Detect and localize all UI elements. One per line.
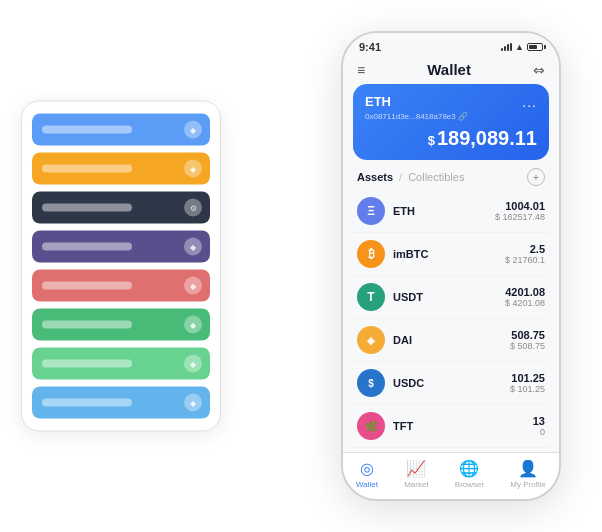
eth-card-balance: $189,089.11 bbox=[365, 127, 537, 150]
tab-assets[interactable]: Assets bbox=[357, 171, 393, 183]
asset-list: Ξ ETH 1004.01 $ 162517.48 ₿ imBTC 2.5 $ … bbox=[343, 190, 559, 452]
eth-amount: 1004.01 bbox=[495, 200, 545, 212]
usdt-icon: T bbox=[357, 283, 385, 311]
card-label bbox=[42, 165, 132, 173]
browser-nav-label: Browser bbox=[455, 480, 484, 489]
list-item[interactable]: T USDT 4201.08 $ 4201.08 bbox=[353, 276, 549, 319]
asset-name-eth: ETH bbox=[393, 205, 495, 217]
nav-item-profile[interactable]: 👤 My Profile bbox=[510, 459, 546, 489]
imbtc-icon: ₿ bbox=[357, 240, 385, 268]
card-row-red[interactable]: ◆ bbox=[32, 270, 210, 302]
page-title: Wallet bbox=[427, 61, 471, 78]
eth-card-top: ETH ... bbox=[365, 94, 537, 110]
card-icon-orange: ◆ bbox=[184, 160, 202, 178]
card-row-blue[interactable]: ◆ bbox=[32, 114, 210, 146]
list-item[interactable]: 🌿 TFT 13 0 bbox=[353, 405, 549, 448]
card-row-lightgreen[interactable]: ◆ bbox=[32, 348, 210, 380]
usdc-usd: $ 101.25 bbox=[510, 384, 545, 394]
eth-card-coin-label: ETH bbox=[365, 94, 391, 109]
nav-item-market[interactable]: 📈 Market bbox=[404, 459, 428, 489]
nav-item-wallet[interactable]: ◎ Wallet bbox=[356, 459, 378, 489]
eth-card-address: 0x08711d3e...8418a78e3 🔗 bbox=[365, 112, 537, 121]
card-icon-lightgreen: ◆ bbox=[184, 355, 202, 373]
eth-card[interactable]: ETH ... 0x08711d3e...8418a78e3 🔗 $189,08… bbox=[353, 84, 549, 160]
profile-nav-label: My Profile bbox=[510, 480, 546, 489]
phone-header: ≡ Wallet ⇔ bbox=[343, 57, 559, 84]
profile-nav-icon: 👤 bbox=[518, 459, 538, 478]
signal-bars-icon bbox=[501, 43, 512, 51]
usdc-icon: $ bbox=[357, 369, 385, 397]
asset-amounts-eth: 1004.01 $ 162517.48 bbox=[495, 200, 545, 222]
card-label bbox=[42, 204, 132, 212]
asset-amounts-usdt: 4201.08 $ 4201.08 bbox=[505, 286, 545, 308]
asset-name-dai: DAI bbox=[393, 334, 510, 346]
card-row-dark[interactable]: ⚙ bbox=[32, 192, 210, 224]
phone: 9:41 ▲ ≡ Wallet ⇔ ETH ... bbox=[341, 31, 561, 501]
asset-name-tft: TFT bbox=[393, 420, 533, 432]
status-bar: 9:41 ▲ bbox=[343, 33, 559, 57]
dai-amount: 508.75 bbox=[510, 329, 545, 341]
tft-icon: 🌿 bbox=[357, 412, 385, 440]
card-stack: ◆ ◆ ⚙ ◆ ◆ ◆ ◆ ◆ bbox=[21, 101, 221, 432]
imbtc-amount: 2.5 bbox=[505, 243, 545, 255]
dollar-sign: $ bbox=[428, 133, 435, 148]
card-label bbox=[42, 243, 132, 251]
nav-item-browser[interactable]: 🌐 Browser bbox=[455, 459, 484, 489]
card-label bbox=[42, 399, 132, 407]
list-item[interactable]: Ξ ETH 1004.01 $ 162517.48 bbox=[353, 190, 549, 233]
dai-usd: $ 508.75 bbox=[510, 341, 545, 351]
card-icon-red: ◆ bbox=[184, 277, 202, 295]
asset-amounts-imbtc: 2.5 $ 21760.1 bbox=[505, 243, 545, 265]
scene: ◆ ◆ ⚙ ◆ ◆ ◆ ◆ ◆ bbox=[21, 16, 581, 516]
eth-card-more-button[interactable]: ... bbox=[522, 94, 537, 110]
card-icon-dark: ⚙ bbox=[184, 199, 202, 217]
card-icon-purple: ◆ bbox=[184, 238, 202, 256]
usdc-amount: 101.25 bbox=[510, 372, 545, 384]
card-row-lightblue[interactable]: ◆ bbox=[32, 387, 210, 419]
market-nav-icon: 📈 bbox=[406, 459, 426, 478]
eth-usd: $ 162517.48 bbox=[495, 212, 545, 222]
add-asset-button[interactable]: + bbox=[527, 168, 545, 186]
card-icon-green: ◆ bbox=[184, 316, 202, 334]
list-item[interactable]: $ USDC 101.25 $ 101.25 bbox=[353, 362, 549, 405]
tab-separator: / bbox=[399, 171, 402, 183]
imbtc-usd: $ 21760.1 bbox=[505, 255, 545, 265]
battery-icon bbox=[527, 43, 543, 51]
asset-amounts-usdc: 101.25 $ 101.25 bbox=[510, 372, 545, 394]
card-icon-lightblue: ◆ bbox=[184, 394, 202, 412]
list-item[interactable]: ◈ DAI 508.75 $ 508.75 bbox=[353, 319, 549, 362]
status-icons: ▲ bbox=[501, 42, 543, 52]
tab-collectibles[interactable]: Collectibles bbox=[408, 171, 464, 183]
browser-nav-icon: 🌐 bbox=[459, 459, 479, 478]
tft-usd: 0 bbox=[533, 427, 545, 437]
asset-amounts-dai: 508.75 $ 508.75 bbox=[510, 329, 545, 351]
tft-amount: 13 bbox=[533, 415, 545, 427]
usdt-amount: 4201.08 bbox=[505, 286, 545, 298]
card-icon-blue: ◆ bbox=[184, 121, 202, 139]
usdt-usd: $ 4201.08 bbox=[505, 298, 545, 308]
asset-name-imbtc: imBTC bbox=[393, 248, 505, 260]
card-row-green[interactable]: ◆ bbox=[32, 309, 210, 341]
card-label bbox=[42, 360, 132, 368]
menu-icon[interactable]: ≡ bbox=[357, 62, 365, 78]
card-row-purple[interactable]: ◆ bbox=[32, 231, 210, 263]
wifi-icon: ▲ bbox=[515, 42, 524, 52]
asset-amounts-tft: 13 0 bbox=[533, 415, 545, 437]
bottom-nav: ◎ Wallet 📈 Market 🌐 Browser 👤 My Profile bbox=[343, 452, 559, 499]
asset-name-usdc: USDC bbox=[393, 377, 510, 389]
battery-fill bbox=[529, 45, 537, 49]
eth-icon: Ξ bbox=[357, 197, 385, 225]
list-item[interactable]: ₿ imBTC 2.5 $ 21760.1 bbox=[353, 233, 549, 276]
assets-tabs: Assets / Collectibles bbox=[357, 171, 464, 183]
asset-name-usdt: USDT bbox=[393, 291, 505, 303]
wallet-nav-label: Wallet bbox=[356, 480, 378, 489]
card-label bbox=[42, 321, 132, 329]
expand-icon[interactable]: ⇔ bbox=[533, 62, 545, 78]
status-time: 9:41 bbox=[359, 41, 381, 53]
market-nav-label: Market bbox=[404, 480, 428, 489]
wallet-nav-icon: ◎ bbox=[360, 459, 374, 478]
assets-header: Assets / Collectibles + bbox=[343, 168, 559, 190]
dai-icon: ◈ bbox=[357, 326, 385, 354]
card-row-orange[interactable]: ◆ bbox=[32, 153, 210, 185]
card-label bbox=[42, 126, 132, 134]
